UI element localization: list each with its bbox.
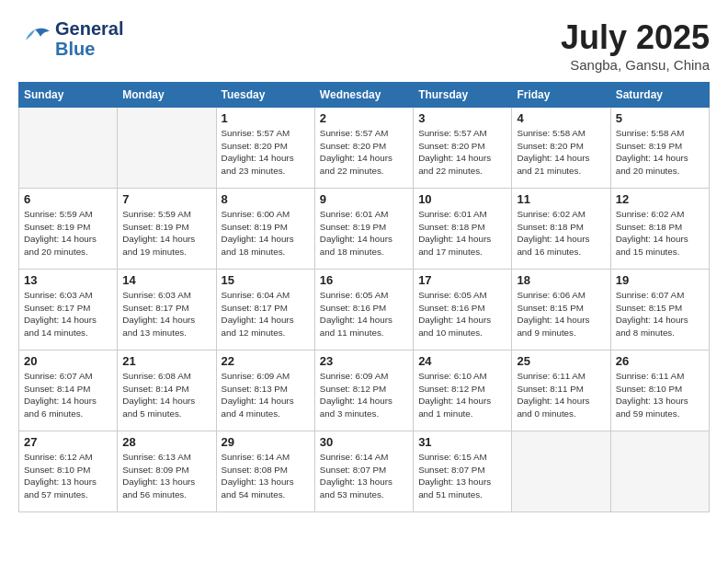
calendar-cell: 8Sunrise: 6:00 AM Sunset: 8:19 PM Daylig… (216, 189, 314, 270)
calendar-cell (610, 431, 709, 512)
calendar-cell: 14Sunrise: 6:03 AM Sunset: 8:17 PM Dayli… (118, 270, 216, 350)
weekday-header-monday: Monday (118, 83, 216, 108)
weekday-header-tuesday: Tuesday (216, 83, 314, 108)
day-info: Sunrise: 6:05 AM Sunset: 8:16 PM Dayligh… (320, 289, 408, 339)
week-row-3: 13Sunrise: 6:03 AM Sunset: 8:17 PM Dayli… (19, 270, 710, 350)
day-number: 9 (320, 192, 408, 206)
weekday-header-thursday: Thursday (414, 83, 512, 108)
calendar-cell: 17Sunrise: 6:05 AM Sunset: 8:16 PM Dayli… (414, 270, 512, 350)
day-info: Sunrise: 5:57 AM Sunset: 8:20 PM Dayligh… (418, 127, 506, 178)
logo-icon (18, 24, 51, 53)
day-info: Sunrise: 6:11 AM Sunset: 8:11 PM Dayligh… (517, 370, 605, 420)
calendar-cell: 31Sunrise: 6:15 AM Sunset: 8:07 PM Dayli… (414, 431, 512, 512)
weekday-header-friday: Friday (512, 83, 610, 108)
calendar-table: SundayMondayTuesdayWednesdayThursdayFrid… (18, 82, 710, 512)
day-info: Sunrise: 5:58 AM Sunset: 8:20 PM Dayligh… (517, 127, 605, 178)
page-header: General Blue July 2025 Sangba, Gansu, Ch… (18, 18, 710, 73)
day-number: 20 (24, 354, 112, 368)
calendar-cell: 1Sunrise: 5:57 AM Sunset: 8:20 PM Daylig… (216, 108, 314, 189)
calendar-cell (19, 108, 118, 189)
day-number: 2 (320, 111, 408, 125)
day-number: 7 (122, 192, 210, 206)
calendar-cell: 25Sunrise: 6:11 AM Sunset: 8:11 PM Dayli… (512, 350, 610, 431)
day-info: Sunrise: 5:57 AM Sunset: 8:20 PM Dayligh… (222, 127, 310, 178)
day-info: Sunrise: 6:02 AM Sunset: 8:18 PM Dayligh… (616, 208, 704, 259)
day-info: Sunrise: 6:11 AM Sunset: 8:10 PM Dayligh… (616, 370, 704, 420)
day-number: 29 (222, 435, 310, 449)
day-info: Sunrise: 6:03 AM Sunset: 8:17 PM Dayligh… (24, 289, 112, 339)
day-info: Sunrise: 6:06 AM Sunset: 8:15 PM Dayligh… (517, 289, 605, 339)
day-info: Sunrise: 5:57 AM Sunset: 8:20 PM Dayligh… (320, 127, 408, 178)
weekday-header-saturday: Saturday (610, 83, 709, 108)
day-info: Sunrise: 5:59 AM Sunset: 8:19 PM Dayligh… (122, 208, 210, 259)
calendar-cell (118, 108, 216, 189)
day-info: Sunrise: 6:05 AM Sunset: 8:16 PM Dayligh… (418, 289, 506, 339)
week-row-2: 6Sunrise: 5:59 AM Sunset: 8:19 PM Daylig… (19, 189, 710, 270)
day-info: Sunrise: 6:13 AM Sunset: 8:09 PM Dayligh… (122, 451, 210, 501)
week-row-1: 1Sunrise: 5:57 AM Sunset: 8:20 PM Daylig… (19, 108, 710, 189)
day-number: 30 (320, 435, 408, 449)
day-info: Sunrise: 6:10 AM Sunset: 8:12 PM Dayligh… (418, 370, 506, 420)
day-number: 17 (418, 273, 506, 287)
logo-general: General (55, 18, 123, 39)
day-info: Sunrise: 6:08 AM Sunset: 8:14 PM Dayligh… (122, 370, 210, 420)
calendar-cell: 7Sunrise: 5:59 AM Sunset: 8:19 PM Daylig… (118, 189, 216, 270)
day-info: Sunrise: 6:00 AM Sunset: 8:19 PM Dayligh… (222, 208, 310, 259)
calendar-cell: 19Sunrise: 6:07 AM Sunset: 8:15 PM Dayli… (610, 270, 709, 350)
day-number: 15 (222, 273, 310, 287)
calendar-cell: 4Sunrise: 5:58 AM Sunset: 8:20 PM Daylig… (512, 108, 610, 189)
day-info: Sunrise: 6:01 AM Sunset: 8:18 PM Dayligh… (418, 208, 506, 259)
calendar-cell: 16Sunrise: 6:05 AM Sunset: 8:16 PM Dayli… (314, 270, 413, 350)
day-info: Sunrise: 5:59 AM Sunset: 8:19 PM Dayligh… (24, 208, 112, 259)
calendar-cell: 2Sunrise: 5:57 AM Sunset: 8:20 PM Daylig… (314, 108, 413, 189)
day-info: Sunrise: 6:09 AM Sunset: 8:12 PM Dayligh… (320, 370, 408, 420)
calendar-cell: 18Sunrise: 6:06 AM Sunset: 8:15 PM Dayli… (512, 270, 610, 350)
day-number: 27 (24, 435, 112, 449)
calendar-cell: 13Sunrise: 6:03 AM Sunset: 8:17 PM Dayli… (19, 270, 118, 350)
day-number: 6 (24, 192, 112, 206)
day-info: Sunrise: 6:04 AM Sunset: 8:17 PM Dayligh… (222, 289, 310, 339)
week-row-5: 27Sunrise: 6:12 AM Sunset: 8:10 PM Dayli… (19, 431, 710, 512)
day-number: 21 (122, 354, 210, 368)
calendar-cell: 21Sunrise: 6:08 AM Sunset: 8:14 PM Dayli… (118, 350, 216, 431)
day-info: Sunrise: 6:14 AM Sunset: 8:07 PM Dayligh… (320, 451, 408, 501)
day-number: 18 (517, 273, 605, 287)
day-number: 23 (320, 354, 408, 368)
day-info: Sunrise: 5:58 AM Sunset: 8:19 PM Dayligh… (616, 127, 704, 178)
day-info: Sunrise: 6:09 AM Sunset: 8:13 PM Dayligh… (222, 370, 310, 420)
title-block: July 2025 Sangba, Gansu, China (561, 18, 710, 73)
calendar-cell: 20Sunrise: 6:07 AM Sunset: 8:14 PM Dayli… (19, 350, 118, 431)
calendar-cell: 23Sunrise: 6:09 AM Sunset: 8:12 PM Dayli… (314, 350, 413, 431)
week-row-4: 20Sunrise: 6:07 AM Sunset: 8:14 PM Dayli… (19, 350, 710, 431)
day-number: 5 (616, 111, 704, 125)
calendar-cell: 30Sunrise: 6:14 AM Sunset: 8:07 PM Dayli… (314, 431, 413, 512)
day-info: Sunrise: 6:12 AM Sunset: 8:10 PM Dayligh… (24, 451, 112, 501)
day-number: 11 (517, 192, 605, 206)
month-year: July 2025 (561, 18, 710, 57)
calendar-cell: 3Sunrise: 5:57 AM Sunset: 8:20 PM Daylig… (414, 108, 512, 189)
calendar-cell: 10Sunrise: 6:01 AM Sunset: 8:18 PM Dayli… (414, 189, 512, 270)
day-info: Sunrise: 6:03 AM Sunset: 8:17 PM Dayligh… (122, 289, 210, 339)
calendar-cell: 15Sunrise: 6:04 AM Sunset: 8:17 PM Dayli… (216, 270, 314, 350)
day-info: Sunrise: 6:01 AM Sunset: 8:19 PM Dayligh… (320, 208, 408, 259)
day-number: 13 (24, 273, 112, 287)
day-info: Sunrise: 6:14 AM Sunset: 8:08 PM Dayligh… (222, 451, 310, 501)
day-number: 19 (616, 273, 704, 287)
weekday-header-sunday: Sunday (19, 83, 118, 108)
calendar-cell: 5Sunrise: 5:58 AM Sunset: 8:19 PM Daylig… (610, 108, 709, 189)
day-number: 16 (320, 273, 408, 287)
day-info: Sunrise: 6:15 AM Sunset: 8:07 PM Dayligh… (418, 451, 506, 501)
day-number: 3 (418, 111, 506, 125)
day-number: 12 (616, 192, 704, 206)
day-number: 24 (418, 354, 506, 368)
day-number: 28 (122, 435, 210, 449)
day-number: 8 (222, 192, 310, 206)
calendar-cell: 28Sunrise: 6:13 AM Sunset: 8:09 PM Dayli… (118, 431, 216, 512)
calendar-cell: 27Sunrise: 6:12 AM Sunset: 8:10 PM Dayli… (19, 431, 118, 512)
calendar-cell: 9Sunrise: 6:01 AM Sunset: 8:19 PM Daylig… (314, 189, 413, 270)
day-number: 14 (122, 273, 210, 287)
calendar-cell: 6Sunrise: 5:59 AM Sunset: 8:19 PM Daylig… (19, 189, 118, 270)
weekday-header-wednesday: Wednesday (314, 83, 413, 108)
logo: General Blue (18, 18, 123, 59)
calendar-cell: 12Sunrise: 6:02 AM Sunset: 8:18 PM Dayli… (610, 189, 709, 270)
